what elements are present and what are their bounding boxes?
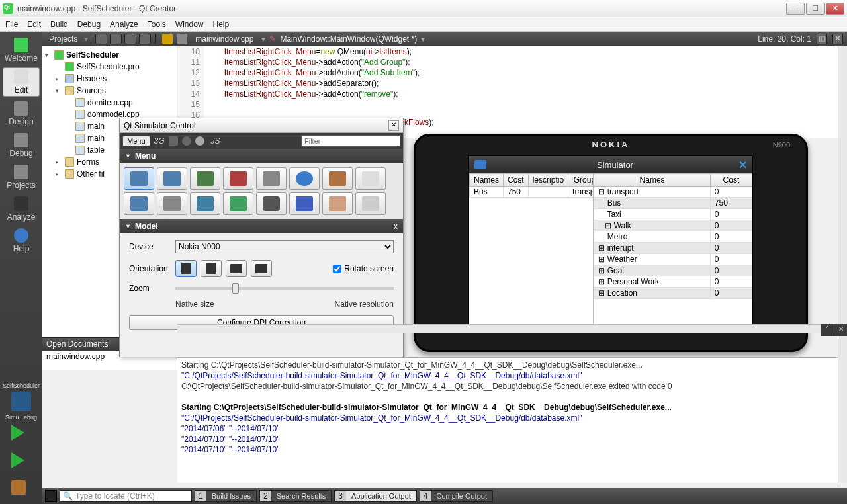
back-icon[interactable] bbox=[162, 34, 173, 44]
model-close-icon[interactable]: x bbox=[394, 222, 398, 231]
window-titlebar: mainwindow.cpp - SelfScheduler - Qt Crea… bbox=[0, 0, 847, 17]
mode-debug[interactable]: Debug bbox=[3, 131, 40, 160]
media-icon[interactable] bbox=[223, 192, 253, 215]
orient-portrait-button[interactable] bbox=[175, 260, 197, 277]
code-editor[interactable]: 10111213141516 ItemsListRightClick_Menu=… bbox=[177, 46, 838, 118]
menu-build[interactable]: Build bbox=[50, 20, 68, 29]
3g-label[interactable]: 3G bbox=[154, 136, 165, 146]
signal-icon[interactable] bbox=[256, 167, 287, 190]
main-menu: File Edit Build Debug Analyze Tools Wind… bbox=[0, 17, 847, 32]
device-network-icon[interactable] bbox=[190, 167, 220, 190]
orient-landscape-inv-button[interactable] bbox=[251, 260, 272, 277]
orient-portrait-inv-button[interactable] bbox=[201, 260, 222, 277]
gear-icon[interactable] bbox=[195, 136, 204, 146]
mode-design[interactable]: Design bbox=[3, 99, 40, 128]
vertical-scrollbar[interactable] bbox=[838, 46, 847, 483]
list-icon[interactable] bbox=[169, 136, 178, 146]
touch-icon[interactable] bbox=[322, 192, 353, 215]
simctl-close-icon[interactable]: ✕ bbox=[388, 120, 399, 131]
rotate-icon[interactable] bbox=[124, 192, 154, 215]
table-row: Bus750transp. bbox=[470, 187, 594, 198]
table-row[interactable]: ⊞ Location0 bbox=[594, 288, 752, 299]
phone-simulator: NOKIA N900 Simulator ✕ NamesCostlescript… bbox=[414, 134, 808, 352]
table-row[interactable]: Metro0 bbox=[594, 231, 752, 243]
mode-analyze[interactable]: Analyze bbox=[3, 194, 40, 224]
kit-label[interactable]: SelfScheduler bbox=[3, 382, 40, 389]
minimize-button[interactable]: — bbox=[786, 3, 805, 15]
close-pane-icon[interactable] bbox=[139, 34, 151, 44]
camera-icon[interactable] bbox=[256, 192, 287, 215]
table-row[interactable]: ⊟ transport0 bbox=[594, 187, 752, 198]
tab-app-output[interactable]: 3Application Output bbox=[334, 490, 417, 502]
target-icon[interactable] bbox=[11, 392, 31, 411]
tab-build-issues[interactable]: 1Build Issues bbox=[195, 490, 257, 502]
tab-compile-output[interactable]: 4Compile Output bbox=[420, 490, 493, 502]
split-editor-icon[interactable]: ▥ bbox=[817, 34, 827, 44]
close-editor-icon[interactable]: ✕ bbox=[832, 34, 843, 44]
toggle-sidebar-icon[interactable] bbox=[45, 490, 57, 502]
calendar-icon[interactable] bbox=[157, 192, 187, 215]
table-row[interactable]: ⊞ Goal0 bbox=[594, 265, 752, 276]
mode-welcome[interactable]: Welcome bbox=[3, 36, 40, 65]
maximize-button[interactable]: ☐ bbox=[806, 3, 825, 15]
table-row[interactable]: Bus750 bbox=[594, 198, 752, 209]
tab-search-results[interactable]: 2Search Results bbox=[259, 490, 332, 502]
output-panel[interactable]: Starting C:\QtProjects\SelfScheduler-bui… bbox=[177, 357, 838, 483]
filter-icon[interactable] bbox=[95, 34, 107, 44]
run-button[interactable] bbox=[11, 425, 31, 444]
mode-projects[interactable]: Projects bbox=[3, 163, 40, 192]
zoom-slider[interactable] bbox=[175, 287, 394, 290]
simctl-title: Qt Simulator Control bbox=[124, 121, 196, 130]
close-button[interactable]: ✕ bbox=[826, 3, 844, 15]
device-select[interactable]: Nokia N900 bbox=[175, 240, 394, 253]
table-row[interactable]: Taxi0 bbox=[594, 209, 752, 220]
table-row[interactable]: ⊟ Walk0 bbox=[594, 220, 752, 231]
table-row[interactable]: ⊞ Weather0 bbox=[594, 254, 752, 265]
table-row[interactable]: ⊞ interupt0 bbox=[594, 243, 752, 254]
mode-help[interactable]: Help bbox=[3, 226, 40, 255]
debug-run-button[interactable] bbox=[11, 452, 31, 472]
contact-icon[interactable] bbox=[322, 167, 353, 190]
menu-analyze[interactable]: Analyze bbox=[110, 20, 138, 29]
app-close-icon[interactable]: ✕ bbox=[738, 159, 747, 171]
sync-icon[interactable] bbox=[110, 34, 122, 44]
left-table[interactable]: NamesCostlescriptioGroup Bus750transp. bbox=[469, 173, 594, 198]
menu-help[interactable]: Help bbox=[213, 20, 230, 29]
screen-icon[interactable] bbox=[355, 192, 386, 215]
orient-landscape-button[interactable] bbox=[226, 260, 247, 277]
file-crumb[interactable]: mainwindow.cpp bbox=[191, 34, 257, 44]
horizontal-scrollbar[interactable] bbox=[177, 324, 838, 333]
locator-input[interactable]: 🔍Type to locate (Ctrl+K) bbox=[60, 490, 192, 502]
device-label: Device bbox=[129, 242, 175, 251]
menu-debug[interactable]: Debug bbox=[77, 20, 101, 29]
book-icon[interactable] bbox=[223, 167, 253, 190]
mode-edit[interactable]: Edit bbox=[3, 67, 40, 97]
right-table[interactable]: NamesCost ⊟ transport0 Bus750 Taxi0 ⊟ Wa… bbox=[594, 173, 752, 299]
build-button[interactable] bbox=[11, 480, 31, 500]
menu-tools[interactable]: Tools bbox=[148, 20, 166, 29]
forward-icon[interactable] bbox=[177, 34, 187, 44]
menu-edit[interactable]: Edit bbox=[27, 20, 41, 29]
split-icon[interactable] bbox=[124, 34, 136, 44]
output-close-icon[interactable]: ✕ bbox=[834, 324, 847, 336]
globe-icon[interactable] bbox=[289, 167, 320, 190]
device-phones-icon[interactable] bbox=[124, 167, 154, 190]
output-collapse-icon[interactable]: ˄ bbox=[821, 324, 834, 336]
device-tablet-icon[interactable] bbox=[157, 167, 187, 190]
nfc-icon[interactable] bbox=[289, 192, 320, 215]
simctl-menu-button[interactable]: Menu bbox=[122, 136, 150, 146]
table-row[interactable]: ⊞ Personal Work0 bbox=[594, 276, 752, 288]
record-icon[interactable] bbox=[182, 136, 191, 146]
js-label[interactable]: JS bbox=[211, 136, 220, 146]
filter-input[interactable] bbox=[301, 135, 400, 147]
app-icon[interactable] bbox=[474, 160, 486, 169]
menu-file[interactable]: File bbox=[5, 20, 18, 29]
menu-window[interactable]: Window bbox=[175, 20, 204, 29]
symbol-crumb[interactable]: MainWindow::MainWindow(QWidget *) bbox=[280, 34, 417, 44]
phone-model: N900 bbox=[773, 141, 790, 149]
mail-icon[interactable] bbox=[355, 167, 386, 190]
rotate-checkbox[interactable] bbox=[333, 265, 341, 273]
projects-dropdown[interactable]: Projects bbox=[42, 34, 84, 44]
music-icon[interactable] bbox=[190, 192, 220, 215]
orientation-label: Orientation bbox=[129, 264, 175, 273]
